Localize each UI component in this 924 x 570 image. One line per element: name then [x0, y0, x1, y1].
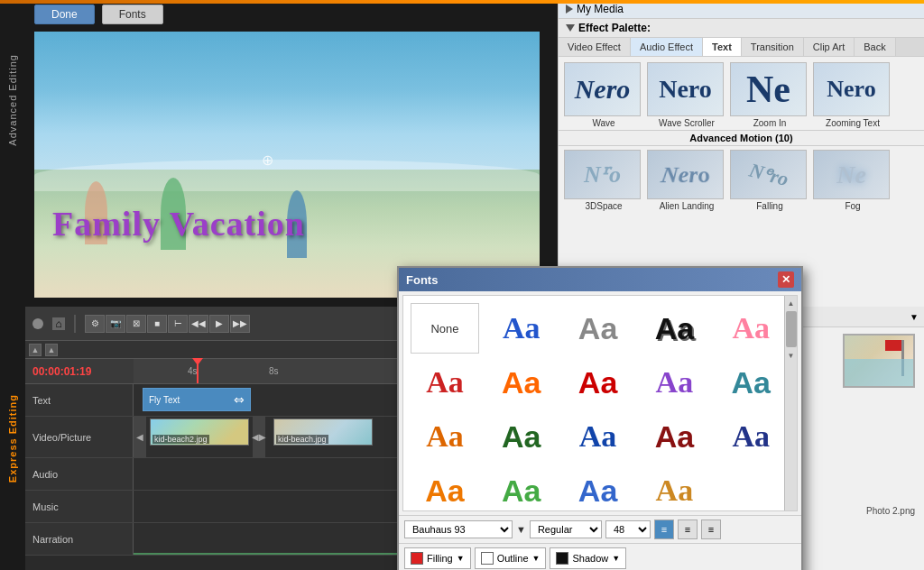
- effect-palette-label: Effect Palette:: [578, 22, 651, 34]
- tab-audio-effect[interactable]: Audio Effect: [631, 38, 703, 56]
- time-value: 00:00:01:19: [32, 365, 91, 378]
- preview-panel: Done Fonts ⊕ Family Vacation: [25, 0, 558, 307]
- adv-effect-alien-landing-thumb: Nero: [647, 150, 724, 199]
- font-style-select[interactable]: Regular: [530, 520, 602, 538]
- text-clip-fly-text[interactable]: Fly Text ⇔: [143, 388, 251, 411]
- track-label-text: Text: [25, 384, 134, 416]
- effect-palette-expand-icon[interactable]: [566, 24, 575, 32]
- font-aa-display: Aa: [579, 421, 617, 452]
- font-item-red2[interactable]: Aa: [564, 357, 633, 408]
- adv-effect-alien-landing[interactable]: Nero Alien Landing: [647, 150, 726, 211]
- track-scroll-left[interactable]: ◀: [134, 417, 146, 457]
- text-effect-zoom-in-label: Zoom In: [730, 118, 809, 128]
- timeline-slider-thumb[interactable]: [32, 318, 43, 329]
- font-item-pink[interactable]: Aa: [716, 303, 785, 354]
- font-none[interactable]: None: [411, 303, 479, 354]
- font-item-orange[interactable]: Aa: [487, 357, 556, 408]
- filling-btn[interactable]: Filling ▼: [404, 547, 471, 569]
- done-button[interactable]: Done: [34, 5, 95, 24]
- next-btn[interactable]: ▶▶: [230, 315, 250, 333]
- font-item-darkred[interactable]: Aa: [640, 411, 708, 462]
- font-aa-display: Aa: [731, 367, 770, 398]
- effect-palette-bar: Effect Palette:: [559, 19, 924, 38]
- prev-btn[interactable]: ◀◀: [189, 315, 208, 333]
- outline-btn[interactable]: Outline ▼: [475, 547, 547, 569]
- tab-video-effect[interactable]: Video Effect: [559, 38, 631, 56]
- fonts-button[interactable]: Fonts: [102, 5, 163, 24]
- fonts-dialog: Fonts ✕ None Aa Aa Aa Aa Aa Aa Aa Aa: [397, 266, 803, 570]
- advanced-editing-label: Advanced Editing: [7, 54, 18, 146]
- text-effect-wave-scroller[interactable]: Nero Wave Scroller: [647, 62, 726, 128]
- font-size-select[interactable]: 48: [605, 520, 651, 538]
- font-item-purple[interactable]: Aa: [640, 357, 708, 408]
- align-left-btn[interactable]: ≡: [654, 519, 674, 539]
- tab-back[interactable]: Back: [855, 38, 895, 56]
- font-item-blue3[interactable]: Aa: [564, 465, 633, 511]
- font-item-green2[interactable]: Aa: [487, 465, 556, 511]
- font-item-red[interactable]: Aa: [411, 357, 479, 408]
- font-item-blue-italic[interactable]: Aa: [487, 303, 556, 354]
- video-clip-2[interactable]: kid-beach.jpg: [273, 418, 373, 446]
- font-item-placeholder1[interactable]: Aa: [640, 465, 708, 511]
- shadow-dropdown-icon: ▼: [612, 554, 620, 563]
- right-panel: My Media Effect Palette: Video Effect Au…: [558, 0, 924, 307]
- photo-label: Photo 2.png: [866, 506, 915, 516]
- font-item-green[interactable]: Aa: [487, 411, 556, 462]
- font-item-darkblue[interactable]: Aa: [716, 411, 785, 462]
- text-effect-wave-scroller-label: Wave Scroller: [647, 118, 726, 128]
- text-effect-zoom-in-thumb: Ne: [730, 62, 807, 116]
- dialog-close-button[interactable]: ✕: [778, 271, 794, 288]
- expand-all-btn[interactable]: ▲: [45, 344, 58, 356]
- font-aa-display: Aa: [503, 313, 541, 344]
- split-btn[interactable]: ⊠: [126, 315, 146, 333]
- trim-btn[interactable]: ⊢: [168, 315, 188, 333]
- settings-btn[interactable]: ⚙: [85, 315, 105, 333]
- my-media-label: My Media: [577, 3, 624, 15]
- play-btn[interactable]: ▶: [209, 315, 229, 333]
- track-resize-handle[interactable]: ◀▶: [253, 417, 265, 457]
- adv-effect-falling[interactable]: Nᵉro Falling: [730, 150, 809, 211]
- fonts-grid-scrollbar[interactable]: ▲ ▼: [784, 296, 797, 510]
- shadow-btn[interactable]: Shadow ▼: [550, 547, 626, 569]
- tab-clip-art[interactable]: Clip Art: [804, 38, 855, 56]
- filling-swatch: [411, 552, 423, 565]
- scroll-thumb[interactable]: [786, 311, 797, 347]
- playhead[interactable]: [197, 359, 199, 383]
- collapse-all-btn[interactable]: ▲: [29, 344, 42, 356]
- font-item-black-3d[interactable]: Aa: [640, 303, 708, 354]
- font-item-orange3[interactable]: Aa: [411, 465, 479, 511]
- flag: [885, 340, 901, 351]
- tab-transition[interactable]: Transition: [742, 38, 804, 56]
- color-toolbar: Filling ▼ Outline ▼ Shadow ▼: [399, 543, 801, 570]
- font-item-teal[interactable]: Aa: [716, 357, 785, 408]
- preview-toolbar: Done Fonts: [34, 5, 163, 24]
- text-effect-zoom-in[interactable]: Ne Zoom In: [730, 62, 809, 128]
- home-icon[interactable]: ⌂: [52, 317, 65, 330]
- font-item-blue2[interactable]: Aa: [564, 411, 633, 462]
- align-center-btn[interactable]: ≡: [678, 519, 698, 539]
- adv-effect-3dspace[interactable]: Nʳo 3DSpace: [564, 150, 643, 211]
- font-name-select[interactable]: Bauhaus 93: [404, 520, 513, 538]
- text-effect-zooming-text-label: Zooming Text: [813, 118, 892, 128]
- adv-effect-fog[interactable]: Ne Fog: [813, 150, 892, 211]
- font-item-gray[interactable]: Aa: [564, 303, 633, 354]
- my-media-collapse-icon[interactable]: [566, 5, 573, 14]
- align-right-btn[interactable]: ≡: [701, 519, 721, 539]
- stop-btn[interactable]: ■: [147, 315, 167, 333]
- clip-expand-icon: ⇔: [234, 392, 245, 407]
- font-aa-display: Aa: [578, 367, 617, 398]
- nero-dropdown-btn[interactable]: ▼: [910, 312, 919, 322]
- outline-dropdown-icon: ▼: [532, 554, 541, 563]
- shadow-swatch: [556, 552, 568, 565]
- video-clip-1[interactable]: kid-beach2.jpg: [150, 418, 249, 446]
- font-item-orange2[interactable]: Aa: [411, 411, 479, 462]
- snapshot-btn[interactable]: 📷: [106, 315, 125, 333]
- adv-effect-3dspace-label: 3DSpace: [564, 201, 643, 211]
- scroll-down-btn[interactable]: ▼: [785, 348, 797, 363]
- text-effect-zooming-text[interactable]: Nero Zooming Text: [813, 62, 892, 128]
- scroll-up-btn[interactable]: ▲: [785, 296, 797, 310]
- text-effect-wave[interactable]: Nero Wave: [564, 62, 643, 128]
- tab-text[interactable]: Text: [703, 38, 742, 56]
- effect-tabs: Video Effect Audio Effect Text Transitio…: [559, 38, 924, 57]
- photo-content: [845, 336, 913, 386]
